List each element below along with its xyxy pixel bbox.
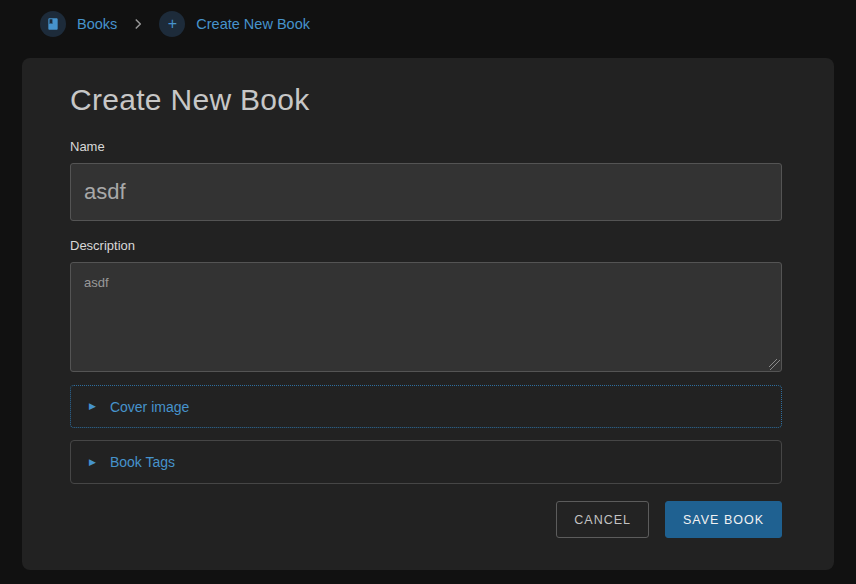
expand-arrow-icon: ▶ — [89, 402, 96, 411]
cover-image-label: Cover image — [110, 399, 189, 415]
breadcrumb-item-books[interactable]: Books — [40, 11, 117, 37]
book-tags-toggle[interactable]: ▶ Book Tags — [70, 440, 782, 484]
description-textarea-wrap: asdf — [70, 262, 782, 372]
create-book-card: Create New Book Name Description asdf ▶ … — [22, 58, 834, 570]
description-label: Description — [70, 237, 784, 254]
breadcrumb-label-books: Books — [77, 16, 117, 32]
name-input[interactable] — [70, 163, 782, 221]
cancel-button[interactable]: CANCEL — [556, 501, 649, 538]
name-label: Name — [70, 138, 784, 155]
chevron-right-icon — [131, 17, 145, 31]
breadcrumb-label-create-new-book: Create New Book — [196, 16, 310, 32]
breadcrumb-item-create-new-book[interactable]: + Create New Book — [159, 11, 310, 37]
book-tags-label: Book Tags — [110, 454, 175, 470]
breadcrumb: Books + Create New Book — [0, 0, 856, 48]
plus-icon: + — [159, 11, 185, 37]
save-book-button[interactable]: SAVE BOOK — [665, 501, 782, 538]
expand-arrow-icon: ▶ — [89, 458, 96, 467]
form-actions: CANCEL SAVE BOOK — [70, 501, 782, 538]
description-input[interactable]: asdf — [70, 262, 782, 372]
book-icon — [40, 11, 66, 37]
page-title: Create New Book — [70, 82, 784, 118]
cover-image-toggle[interactable]: ▶ Cover image — [70, 385, 782, 428]
